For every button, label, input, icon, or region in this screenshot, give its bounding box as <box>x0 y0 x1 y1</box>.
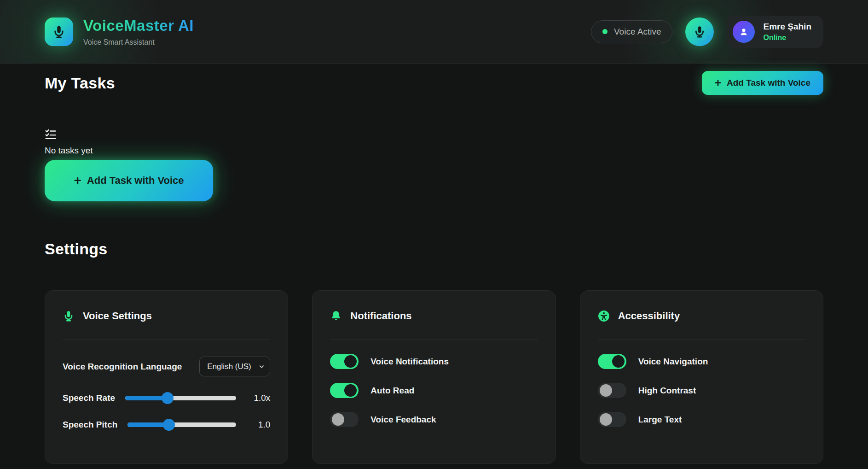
large-text-label: Large Text <box>638 415 682 425</box>
header-mic-button[interactable] <box>685 18 714 46</box>
divider <box>598 340 805 340</box>
speech-pitch-slider-thumb[interactable] <box>163 419 175 431</box>
add-task-button-label: Add Task with Voice <box>87 175 184 187</box>
divider <box>330 340 538 340</box>
toggle-row: Auto Read <box>330 383 538 398</box>
speech-rate-value: 1.0x <box>246 393 270 403</box>
auto-read-toggle[interactable] <box>330 383 359 398</box>
toggle-knob <box>344 384 357 397</box>
voice-navigation-toggle[interactable] <box>598 354 626 369</box>
toggle-knob <box>612 355 625 368</box>
language-select[interactable]: English (US) <box>200 357 270 376</box>
add-task-button-label: Add Task with Voice <box>727 78 810 88</box>
speech-rate-slider[interactable] <box>125 396 236 400</box>
toggle-row: Voice Feedback <box>330 412 538 427</box>
user-name: Emre Şahin <box>763 22 811 32</box>
plus-icon: + <box>74 174 81 187</box>
voice-notifications-toggle[interactable] <box>330 354 359 369</box>
high-contrast-toggle[interactable] <box>598 383 626 398</box>
voice-settings-card: Voice Settings Voice Recognition Languag… <box>45 290 288 464</box>
speech-rate-slider-thumb[interactable] <box>162 392 174 404</box>
speech-pitch-value: 1.0 <box>246 420 270 430</box>
notifications-title: Notifications <box>350 310 411 322</box>
toggle-row: Large Text <box>598 412 805 427</box>
microphone-icon <box>52 25 66 39</box>
user-online-status: Online <box>763 34 811 42</box>
accessibility-icon <box>598 310 610 322</box>
microphone-icon <box>63 310 75 322</box>
brand: VoiceMaster AI Voice Smart Assistant <box>45 17 194 47</box>
speech-pitch-label: Speech Pitch <box>63 420 117 430</box>
toggle-knob <box>600 384 612 397</box>
microphone-icon <box>693 25 706 38</box>
toggle-row: Voice Navigation <box>598 354 805 369</box>
app-subtitle: Voice Smart Assistant <box>83 38 194 47</box>
voice-active-badge: Voice Active <box>591 20 672 43</box>
empty-add-task-with-voice-button[interactable]: + Add Task with Voice <box>45 160 213 201</box>
accessibility-title: Accessibility <box>618 310 680 322</box>
app-title: VoiceMaster AI <box>83 17 194 35</box>
speech-rate-label: Speech Rate <box>63 393 115 403</box>
person-icon <box>738 26 750 38</box>
status-dot-icon <box>602 29 608 34</box>
bell-icon <box>330 310 342 322</box>
voice-feedback-label: Voice Feedback <box>370 415 436 425</box>
no-tasks-text: No tasks yet <box>45 146 823 156</box>
plus-icon: + <box>715 77 721 88</box>
voice-active-label: Voice Active <box>614 27 661 37</box>
task-list-icon <box>45 128 57 140</box>
slider-fill <box>127 422 169 427</box>
toggle-row: High Contrast <box>598 383 805 398</box>
toggle-knob <box>332 413 344 426</box>
toggle-knob <box>600 413 612 426</box>
notifications-card: Notifications Voice Notifications Auto R… <box>312 290 556 464</box>
tasks-section-title: My Tasks <box>45 74 115 92</box>
app-logo <box>45 18 73 46</box>
tasks-empty-state: No tasks yet + Add Task with Voice <box>45 128 823 201</box>
add-task-with-voice-button[interactable]: + Add Task with Voice <box>702 71 823 95</box>
toggle-knob <box>344 355 357 368</box>
voice-feedback-toggle[interactable] <box>330 412 359 427</box>
language-select-wrap: English (US) <box>199 357 270 376</box>
user-profile-card[interactable]: Emre Şahin Online <box>727 16 823 48</box>
toggle-row: Voice Notifications <box>330 354 538 369</box>
voice-navigation-label: Voice Navigation <box>638 357 708 367</box>
speech-pitch-slider[interactable] <box>127 422 236 427</box>
divider <box>63 340 270 340</box>
voice-notifications-label: Voice Notifications <box>370 357 449 367</box>
high-contrast-label: High Contrast <box>638 386 696 396</box>
auto-read-label: Auto Read <box>370 386 414 396</box>
voice-settings-title: Voice Settings <box>83 310 152 322</box>
language-label: Voice Recognition Language <box>63 362 182 372</box>
large-text-toggle[interactable] <box>598 412 626 427</box>
settings-section-title: Settings <box>45 240 823 258</box>
avatar <box>733 21 755 43</box>
slider-fill <box>125 396 168 400</box>
accessibility-card: Accessibility Voice Navigation High Cont… <box>580 290 823 464</box>
app-header: VoiceMaster AI Voice Smart Assistant Voi… <box>0 0 868 64</box>
main-content: My Tasks + Add Task with Voice No tasks … <box>45 71 823 464</box>
